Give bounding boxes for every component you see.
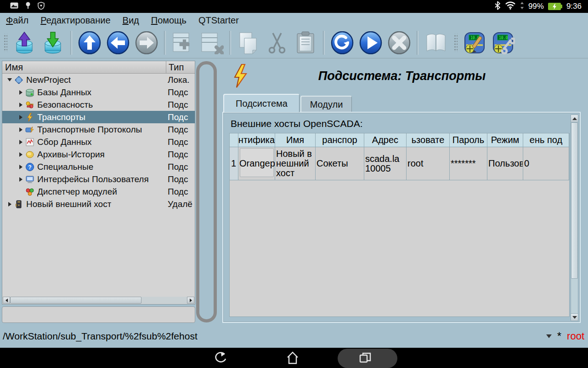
expander-closed-icon[interactable]: [17, 115, 24, 120]
tree-row-external-host[interactable]: Новый внешний хост Удалё: [2, 198, 195, 210]
expander-closed-icon[interactable]: [17, 103, 24, 107]
cell-id[interactable]: Orangep: [238, 147, 275, 180]
vision-develop-icon: 10.0: [463, 31, 486, 54]
database-icon: [25, 88, 34, 97]
menu-file[interactable]: Файл: [0, 13, 34, 28]
tree-row-daq[interactable]: Сбор Данных Подс: [2, 136, 195, 148]
corner-header: [230, 133, 238, 147]
recents-icon: [358, 351, 372, 364]
tree-column-name[interactable]: Имя: [2, 61, 23, 73]
page-title: Подсистема: Транспорты: [220, 69, 584, 83]
android-back-button[interactable]: [193, 348, 248, 368]
menu-qtstarter[interactable]: QTStarter: [192, 13, 245, 28]
tree-header[interactable]: Имя Тип: [2, 61, 195, 74]
tree-row-ui[interactable]: Интерфейсы Пользователя Подс: [2, 173, 195, 185]
menu-view[interactable]: Вид: [117, 13, 145, 28]
battery-percent: 99%: [528, 2, 544, 11]
stop-button[interactable]: [387, 31, 411, 55]
expander-open-icon[interactable]: [6, 78, 13, 81]
col-name[interactable]: Имя: [275, 133, 316, 147]
android-status-bar: 99% 9:36: [0, 0, 588, 13]
scrollbar-thumb[interactable]: [571, 122, 578, 279]
android-nav-bar: [0, 348, 588, 368]
add-item-icon: [171, 31, 195, 54]
expander-closed-icon[interactable]: [17, 152, 24, 157]
tree-row-security[interactable]: Безопасность Подс: [2, 98, 195, 111]
menu-help[interactable]: Помощь: [145, 13, 192, 28]
expander-closed-icon[interactable]: [17, 165, 24, 169]
cell-transport[interactable]: Сокеты: [316, 147, 364, 180]
add-item-button[interactable]: [171, 31, 195, 55]
expander-closed-icon[interactable]: [6, 202, 13, 207]
tree-row-databases[interactable]: Базы Данных Подс: [2, 86, 195, 98]
vision-runtime-button[interactable]: 10.0: [491, 31, 515, 55]
col-id[interactable]: нтифика: [238, 133, 275, 147]
vision-developer-button[interactable]: 10.0: [463, 31, 486, 55]
expander-closed-icon[interactable]: [17, 177, 24, 182]
refresh-icon: [331, 31, 354, 54]
navigation-tree: Имя Тип NewProject Лока. Базы Данных Под…: [2, 61, 195, 305]
col-level[interactable]: ень под: [523, 133, 569, 147]
status-dropdown-icon[interactable]: [546, 334, 552, 338]
cell-address[interactable]: scada.la 10005: [364, 147, 407, 180]
cell-mode[interactable]: Пользов: [487, 147, 523, 180]
scrollbar-thumb[interactable]: [10, 297, 141, 304]
expander-closed-icon[interactable]: [17, 140, 24, 144]
tree-column-type[interactable]: Тип: [166, 61, 195, 73]
col-address[interactable]: Адрес: [364, 133, 407, 147]
tab-content: Внешние хосты OpenSCADA: нтифика Имя ран…: [222, 112, 581, 323]
tree-filter-field[interactable]: [2, 306, 195, 323]
tree-row-newproject[interactable]: NewProject Лока.: [2, 74, 195, 86]
tree-horizontal-scrollbar[interactable]: [3, 297, 194, 304]
tab-modules[interactable]: Модули: [300, 96, 352, 112]
cell-password[interactable]: *******: [450, 147, 487, 180]
save-to-db-button[interactable]: [41, 31, 65, 55]
daq-icon: [25, 138, 34, 147]
tree-row-special[interactable]: ? Специальные Подс: [2, 161, 195, 173]
tab-subsystem[interactable]: Подсистема: [223, 94, 300, 112]
col-mode[interactable]: Режим: [487, 133, 523, 147]
content-vertical-scrollbar[interactable]: [571, 115, 578, 321]
bluetooth-icon: [494, 1, 501, 12]
copy-item-button[interactable]: [237, 31, 260, 55]
tree-row-transports[interactable]: Транспорты Подс: [2, 111, 195, 123]
modules-icon: [25, 187, 34, 196]
toolbar-drag-handle[interactable]: [454, 34, 458, 52]
refresh-button[interactable]: [330, 31, 354, 55]
start-button[interactable]: [359, 31, 383, 55]
col-user[interactable]: ьзовате: [407, 133, 450, 147]
scroll-up-icon[interactable]: [571, 115, 578, 122]
go-up-button[interactable]: [78, 31, 102, 55]
menu-edit[interactable]: Редактирование: [34, 13, 116, 28]
go-back-button[interactable]: [106, 31, 130, 55]
expander-closed-icon[interactable]: [17, 127, 24, 132]
scroll-left-icon[interactable]: [3, 297, 10, 304]
toolbar-drag-handle[interactable]: [4, 34, 7, 52]
android-recents-button[interactable]: [338, 348, 393, 368]
cell-name[interactable]: Новый внешний хост: [275, 147, 316, 180]
load-from-db-button[interactable]: [12, 31, 36, 55]
android-home-button[interactable]: [265, 348, 320, 368]
cell-level[interactable]: 0: [523, 147, 569, 180]
tree-row-protocols[interactable]: Транспортные Протоколы Подс: [2, 123, 195, 136]
delete-item-button[interactable]: [200, 31, 224, 55]
scroll-down-icon[interactable]: [571, 313, 578, 321]
expander-closed-icon[interactable]: [17, 90, 24, 95]
cut-item-button[interactable]: [265, 31, 289, 55]
col-password[interactable]: Пароль: [450, 133, 487, 147]
menu-bar: Файл Редактирование Вид Помощь QTStarter: [0, 13, 588, 28]
paste-item-button[interactable]: [294, 31, 317, 55]
go-forward-button[interactable]: [135, 31, 158, 55]
clipboard-icon: [295, 31, 316, 55]
current-user[interactable]: root: [567, 330, 584, 342]
transport-icon: [25, 113, 34, 122]
tree-row-archives[interactable]: Архивы-История Подс: [2, 148, 195, 161]
scroll-right-icon[interactable]: [187, 297, 194, 304]
tree-row-modules[interactable]: Диспетчер модулей Подс: [2, 185, 195, 198]
panel-splitter-handle[interactable]: [196, 61, 217, 322]
manual-button[interactable]: [424, 31, 448, 55]
col-transport[interactable]: ранспор: [316, 133, 364, 147]
cell-user[interactable]: root: [407, 147, 450, 180]
network-activity-icon: [520, 1, 524, 12]
row-header: 1: [230, 147, 238, 180]
